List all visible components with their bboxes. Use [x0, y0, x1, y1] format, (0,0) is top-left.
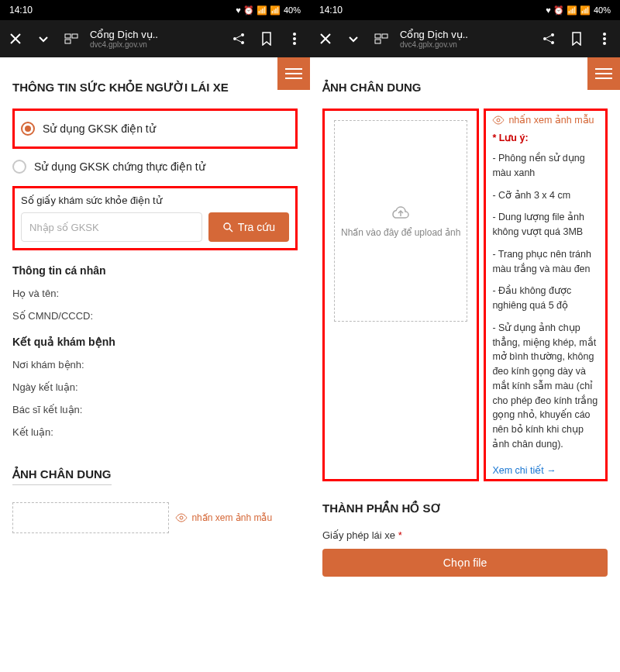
exam-doctor-label: Bác sĩ kết luận:	[12, 404, 298, 415]
exam-date-label: Ngày kết luận:	[12, 381, 298, 393]
status-time: 14:10	[9, 5, 33, 16]
radio-icon	[12, 160, 26, 174]
svg-rect-13	[375, 40, 381, 43]
svg-rect-11	[375, 34, 381, 38]
eye-icon	[175, 513, 188, 522]
chevron-down-icon[interactable]	[34, 29, 53, 48]
radio-highlight-box: Sử dụng GKSK điện tử	[12, 109, 298, 149]
tabs-icon[interactable]	[62, 29, 81, 48]
page-title: Cổng Dịch vụ..	[90, 29, 220, 40]
share-icon[interactable]	[539, 29, 558, 48]
radio-gksk-electronic[interactable]: Sử dụng GKSK điện tử	[21, 117, 289, 140]
svg-point-14	[543, 37, 546, 40]
lookup-label: Số giấy khám sức khỏe điện tử	[21, 195, 289, 206]
svg-rect-12	[382, 34, 388, 38]
radio-icon-selected	[21, 122, 35, 136]
tabs-icon[interactable]	[372, 29, 391, 48]
svg-point-18	[603, 37, 606, 40]
exam-result-title: Kết quả khám bệnh	[12, 336, 298, 348]
radio-gksk-certified[interactable]: Sử dụng GKSK chứng thực điện tử	[12, 155, 298, 178]
lookup-highlight-box: Số giấy khám sức khỏe điện tử Tra cứu	[12, 186, 298, 250]
svg-point-20	[497, 119, 500, 122]
exam-place-label: Nơi khám bệnh:	[12, 359, 298, 370]
status-time: 14:10	[319, 5, 343, 16]
bookmark-icon[interactable]	[567, 29, 586, 48]
cloud-upload-icon	[390, 204, 412, 221]
svg-rect-0	[65, 34, 71, 38]
search-icon	[222, 222, 233, 233]
page-title-block: Cổng Dịch vụ.. dvc4.gplx.gov.vn	[400, 29, 530, 49]
choose-file-button[interactable]: Chọn file	[322, 549, 608, 577]
browser-bar: Cổng Dịch vụ.. dvc4.gplx.gov.vn	[0, 20, 310, 57]
status-bar: 14:10 ♥ ⏰ 📶 📶 40%	[0, 0, 310, 20]
svg-rect-2	[65, 40, 71, 43]
page-title: Cổng Dịch vụ..	[400, 29, 530, 40]
page-url: dvc4.gplx.gov.vn	[90, 40, 220, 49]
note-item: - Dung lượng file ảnh không vượt quá 3MB	[492, 210, 599, 240]
svg-point-17	[603, 33, 606, 36]
svg-point-6	[293, 33, 296, 36]
eye-icon	[492, 115, 505, 125]
warning-title: * Lưu ý:	[492, 132, 599, 143]
health-section-title: THÔNG TIN SỨC KHỎE NGƯỜI LÁI XE	[12, 81, 298, 95]
svg-point-9	[224, 223, 230, 229]
svg-rect-1	[72, 34, 78, 38]
portrait-section-title: ẢNH CHÂN DUNG	[322, 81, 608, 95]
status-bar: 14:10 ♥ ⏰ 📶 📶 40%	[310, 0, 620, 20]
page-url: dvc4.gplx.gov.vn	[400, 40, 530, 49]
browser-bar: Cổng Dịch vụ.. dvc4.gplx.gov.vn	[310, 20, 620, 57]
chevron-down-icon[interactable]	[344, 29, 363, 48]
sample-link[interactable]: nhấn xem ảnh mẫu	[492, 114, 599, 126]
upload-area-partial[interactable]	[12, 502, 169, 533]
upload-highlight-box: Nhấn vào đây để upload ảnh	[322, 109, 479, 481]
more-icon[interactable]	[285, 29, 304, 48]
doc-license-label: Giấy phép lái xe *	[322, 529, 608, 541]
svg-point-4	[241, 33, 244, 36]
note-item: - Cỡ ảnh 3 x 4 cm	[492, 188, 599, 203]
note-item: - Phông nền sử dụng màu xanh	[492, 151, 599, 181]
notes-highlight-box: nhấn xem ảnh mẫu * Lưu ý: - Phông nền sử…	[484, 109, 608, 481]
svg-point-8	[293, 42, 296, 45]
close-icon[interactable]	[6, 29, 25, 48]
status-icons: ♥ ⏰ 📶 📶 40%	[236, 5, 301, 16]
svg-point-5	[241, 41, 244, 44]
detail-link[interactable]: Xem chi tiết →	[492, 464, 556, 476]
svg-point-15	[551, 33, 554, 36]
docs-section-title: THÀNH PHẦN HỒ SƠ	[322, 501, 608, 515]
hamburger-menu[interactable]	[587, 57, 620, 90]
note-item: - Trang phục nên tránh màu trắng và màu …	[492, 247, 599, 277]
close-icon[interactable]	[316, 29, 335, 48]
exam-result-label: Kết luận:	[12, 426, 298, 438]
personal-info-title: Thông tin cá nhân	[12, 264, 298, 277]
svg-point-10	[180, 516, 183, 519]
idnum-label: Số CMND/CCCD:	[12, 310, 298, 322]
note-item: - Sử dụng ảnh chụp thẳng, miệng khép, mắ…	[492, 321, 599, 452]
note-item: - Đầu không được nghiêng quá 5 độ	[492, 284, 599, 313]
svg-point-3	[233, 37, 236, 40]
bookmark-icon[interactable]	[257, 29, 276, 48]
svg-point-19	[603, 42, 606, 45]
hamburger-menu[interactable]	[277, 57, 310, 90]
status-icons: ♥ ⏰ 📶 📶 40%	[546, 5, 611, 16]
sample-link[interactable]: nhấn xem ảnh mẫu	[175, 502, 272, 533]
svg-point-16	[551, 41, 554, 44]
page-title-block: Cổng Dịch vụ.. dvc4.gplx.gov.vn	[90, 29, 220, 49]
share-icon[interactable]	[229, 29, 248, 48]
svg-point-7	[293, 37, 296, 40]
lookup-button[interactable]: Tra cứu	[208, 212, 289, 242]
upload-area[interactable]: Nhấn vào đây để upload ảnh	[334, 120, 467, 322]
portrait-section-title: ẢNH CHÂN DUNG	[12, 467, 112, 485]
more-icon[interactable]	[595, 29, 614, 48]
gksk-input[interactable]	[21, 212, 202, 242]
fullname-label: Họ và tên:	[12, 288, 298, 299]
